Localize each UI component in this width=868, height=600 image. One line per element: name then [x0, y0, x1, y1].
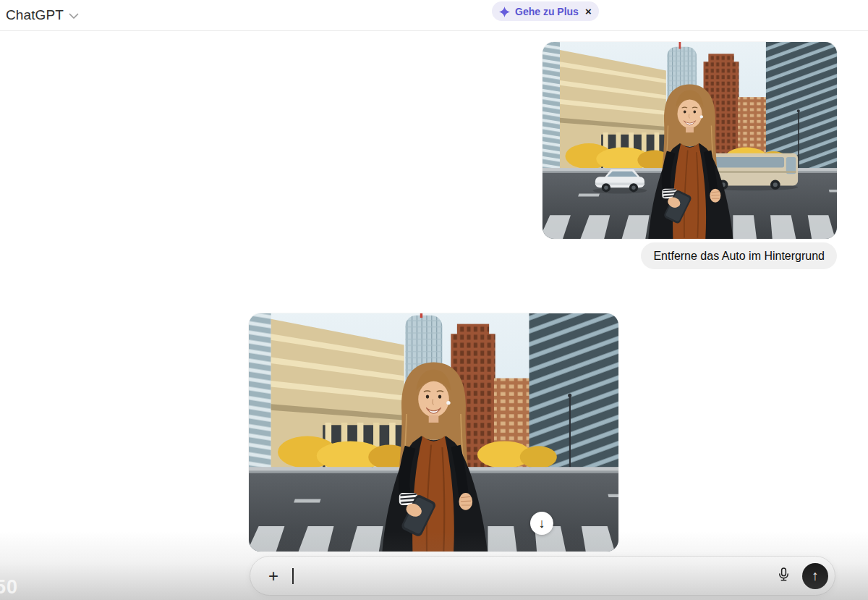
- app-title-label: ChatGPT: [6, 7, 64, 23]
- download-button[interactable]: ↓: [530, 512, 553, 535]
- header-divider: [0, 30, 868, 31]
- send-arrow-icon: ↑: [812, 568, 819, 584]
- chevron-down-icon: [69, 13, 79, 20]
- text-caret: [292, 568, 294, 584]
- attach-button[interactable]: +: [263, 565, 284, 587]
- user-message-row: Entferne das Auto im Hintergrund: [0, 242, 837, 269]
- download-arrow-icon: ↓: [539, 516, 545, 531]
- chat-page: ChatGPT Gehe zu Plus × Entferne das Auto…: [0, 0, 868, 600]
- model-switcher[interactable]: ChatGPT: [6, 3, 79, 28]
- go-to-plus-badge[interactable]: Gehe zu Plus ×: [492, 1, 599, 21]
- corner-counter: 50: [0, 576, 18, 599]
- user-uploaded-image[interactable]: [542, 42, 837, 239]
- sparkle-icon: [499, 7, 510, 17]
- assistant-generated-image[interactable]: ↓: [249, 313, 618, 552]
- dictate-button[interactable]: [773, 565, 794, 587]
- message-composer[interactable]: + ↑: [250, 556, 835, 596]
- microphone-icon: [776, 567, 791, 585]
- close-icon[interactable]: ×: [585, 6, 592, 17]
- send-button[interactable]: ↑: [802, 563, 828, 589]
- user-message-bubble: Entferne das Auto im Hintergrund: [641, 242, 837, 269]
- plus-icon: +: [268, 566, 278, 586]
- top-bar: ChatGPT Gehe zu Plus ×: [0, 0, 868, 31]
- promo-label: Gehe zu Plus: [515, 6, 579, 17]
- message-input[interactable]: [284, 557, 773, 595]
